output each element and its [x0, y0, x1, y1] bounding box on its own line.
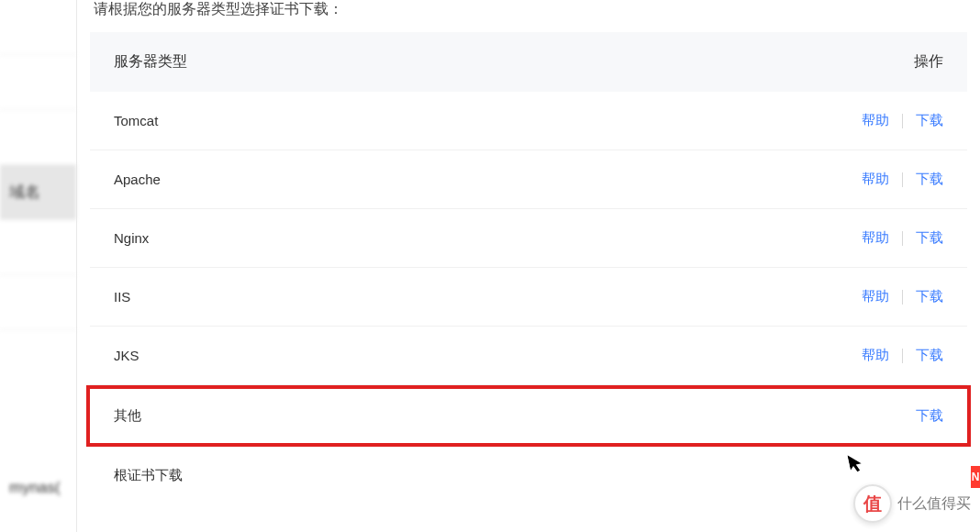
- intro-text: 请根据您的服务器类型选择证书下载：: [90, 0, 967, 32]
- help-link[interactable]: 帮助: [862, 347, 889, 364]
- help-link[interactable]: 帮助: [862, 229, 889, 247]
- row-actions: 帮助 下载: [862, 112, 943, 129]
- help-link[interactable]: 帮助: [862, 288, 889, 305]
- table-row: Nginx 帮助 下载: [90, 209, 967, 268]
- server-name: IIS: [114, 289, 130, 305]
- table-row: 根证书下载: [90, 447, 967, 504]
- row-actions: 帮助 下载: [862, 347, 943, 364]
- sidebar-item-domain[interactable]: 域名: [0, 165, 76, 220]
- table-row: IIS 帮助 下载: [90, 268, 967, 327]
- sidebar-item-bottom[interactable]: mynas(: [0, 462, 76, 514]
- row-actions: 下载: [916, 407, 943, 425]
- table-row: Apache 帮助 下载: [90, 150, 967, 209]
- action-divider: [902, 114, 903, 128]
- download-link[interactable]: 下载: [916, 347, 943, 364]
- help-link[interactable]: 帮助: [862, 171, 889, 188]
- action-divider: [902, 231, 903, 246]
- server-name: Apache: [114, 172, 161, 187]
- download-link[interactable]: 下载: [916, 229, 943, 247]
- row-actions: 帮助 下载: [862, 229, 943, 247]
- watermark-text: 什么值得买: [897, 494, 971, 514]
- action-divider: [902, 349, 903, 363]
- server-name: 根证书下载: [114, 467, 183, 484]
- server-name: Nginx: [114, 230, 149, 246]
- server-name: JKS: [114, 348, 139, 363]
- watermark: 值 什么值得买: [853, 484, 971, 523]
- download-link[interactable]: 下载: [916, 171, 943, 188]
- server-name: Tomcat: [114, 113, 158, 128]
- header-action: 操作: [914, 52, 943, 72]
- sidebar: 域名 mynas(: [0, 0, 77, 532]
- main-content: 请根据您的服务器类型选择证书下载： 服务器类型 操作 Tomcat 帮助 下载 …: [77, 0, 980, 532]
- watermark-logo-icon: 值: [853, 484, 892, 523]
- table-row: JKS 帮助 下载: [90, 327, 967, 385]
- new-badge: N: [971, 466, 980, 488]
- table-header: 服务器类型 操作: [90, 32, 967, 92]
- header-server-type: 服务器类型: [114, 52, 187, 72]
- download-link[interactable]: 下载: [916, 407, 943, 425]
- download-link[interactable]: 下载: [916, 288, 943, 305]
- table-row-highlighted: 其他 下载: [86, 385, 971, 447]
- action-divider: [902, 172, 903, 187]
- server-name: 其他: [114, 407, 141, 425]
- server-type-table: 服务器类型 操作 Tomcat 帮助 下载 Apache 帮助 下载 Nginx…: [90, 32, 967, 504]
- action-divider: [902, 290, 903, 305]
- row-actions: 帮助 下载: [862, 288, 943, 305]
- help-link[interactable]: 帮助: [862, 112, 889, 129]
- download-link[interactable]: 下载: [916, 112, 943, 129]
- table-row: Tomcat 帮助 下载: [90, 92, 967, 150]
- row-actions: 帮助 下载: [862, 171, 943, 188]
